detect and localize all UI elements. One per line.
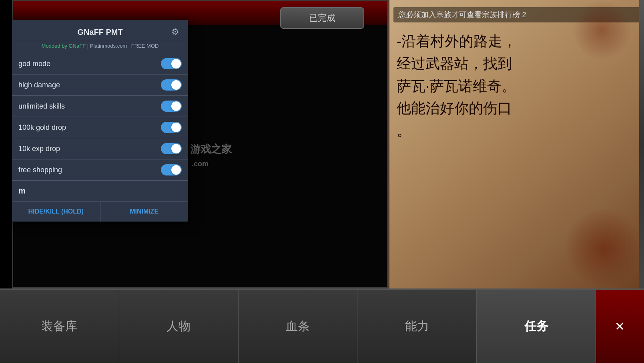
pmt-panel: GNaFF PMT ⚙ Modded by GNaFF | Platinmods… <box>12 20 188 222</box>
nav-item-close[interactable]: ✕ <box>596 290 644 363</box>
free-shopping-label: free shopping <box>18 166 62 174</box>
toggle-row-god-mode: god mode <box>12 53 188 75</box>
pmt-options: god mode high damage unlimited skills 10… <box>12 53 188 202</box>
hide-kill-button[interactable]: HIDE/KILL (HOLD) <box>12 202 100 222</box>
pmt-footer: HIDE/KILL (HOLD) MINIMIZE <box>12 202 188 222</box>
toggle-row-free-shopping: free shopping <box>12 159 188 181</box>
pmt-subtitle: Modded by GNaFF | Platinmods.com | FREE … <box>12 41 188 53</box>
nav-item-health[interactable]: 血条 <box>239 290 358 363</box>
bottom-nav: 装备库 人物 血条 能力 任务 ✕ <box>0 288 644 363</box>
god-mode-toggle[interactable] <box>161 58 182 69</box>
gold-drop-toggle[interactable] <box>161 122 182 133</box>
unlimited-skills-toggle[interactable] <box>161 101 182 112</box>
exp-drop-label: 10k exp drop <box>18 145 60 153</box>
modded-by-label: Modded by GNaFF <box>42 43 86 49</box>
settings-icon[interactable]: ⚙ <box>169 26 182 38</box>
minimize-button[interactable]: MINIMIZE <box>100 202 189 222</box>
completed-button[interactable]: 已完成 <box>280 7 364 29</box>
free-mod-label: FREE MOD <box>131 43 159 49</box>
quest-panel: 您必须加入宗族才可查看宗族排行榜 2 -沿着村外的路走， 经过武器站，找到 萨瓦… <box>388 0 644 288</box>
high-damage-toggle[interactable] <box>161 79 182 91</box>
god-mode-label: god mode <box>18 60 50 68</box>
exp-drop-toggle[interactable] <box>161 143 182 154</box>
nav-item-ability[interactable]: 能力 <box>357 290 477 363</box>
toggle-row-exp-drop: 10k exp drop <box>12 138 188 159</box>
nav-item-character[interactable]: 人物 <box>119 290 239 363</box>
toggle-row-unlimited-skills: unlimited skills <box>12 96 188 117</box>
toggle-row-high-damage: high damage <box>12 75 188 96</box>
extra-option-row: m <box>12 181 188 202</box>
pmt-header: GNaFF PMT ⚙ <box>12 20 188 41</box>
pmt-title: GNaFF PMT <box>73 28 127 37</box>
nav-item-equipment[interactable]: 装备库 <box>0 290 119 363</box>
gold-drop-label: 100k gold drop <box>18 123 66 132</box>
toggle-row-gold-drop: 100k gold drop <box>12 117 188 138</box>
right-edge <box>639 0 644 288</box>
unlimited-skills-label: unlimited skills <box>18 102 65 111</box>
high-damage-label: high damage <box>18 81 60 89</box>
platinmods-label: Platinmods.com <box>90 43 127 49</box>
free-shopping-toggle[interactable] <box>161 164 182 175</box>
nav-item-quest[interactable]: 任务 <box>477 290 596 363</box>
